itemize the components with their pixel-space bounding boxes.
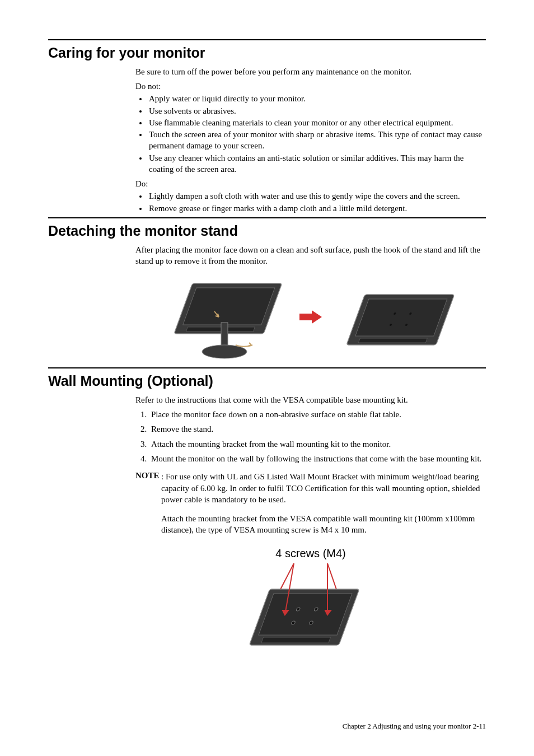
list-item: Mount the monitor on the wall by followi…: [149, 453, 486, 464]
page-footer: Chapter 2 Adjusting and using your monit…: [343, 721, 486, 731]
note-body-2: Attach the mounting bracket from the VES…: [161, 513, 486, 536]
wall-intro: Refer to the instructions that come with…: [135, 394, 486, 405]
svg-rect-7: [355, 299, 447, 336]
wall-steps: Place the monitor face down on a non-abr…: [135, 409, 486, 464]
list-item: Use flammable cleaning materials to clea…: [148, 117, 486, 128]
list-item: Use any cleaner which contains an anti-s…: [148, 152, 486, 175]
arrow-right-icon: [299, 310, 322, 324]
svg-rect-2: [186, 327, 255, 332]
monitor-no-stand-icon: [335, 283, 458, 351]
do-not-label: Do not:: [135, 81, 486, 92]
svg-rect-19: [261, 637, 331, 643]
monitor-screws-icon: [243, 561, 378, 656]
note-body-1: : For use only with UL and GS Listed Wal…: [161, 471, 486, 505]
note-block: NOTE : For use only with UL and GS Liste…: [135, 470, 486, 536]
wall-title: Wall Mounting (Optional): [48, 372, 486, 391]
list-item: Remove grease or finger marks with a dam…: [148, 203, 486, 214]
svg-point-4: [202, 345, 247, 358]
section-rule: [48, 39, 486, 40]
svg-rect-1: [183, 288, 275, 325]
screws-label: 4 screws (M4): [135, 546, 486, 561]
list-item: Place the monitor face down on a non-abr…: [149, 409, 486, 420]
caring-intro: Be sure to turn off the power before you…: [135, 66, 486, 77]
svg-rect-8: [358, 338, 427, 343]
do-label: Do:: [135, 178, 486, 189]
svg-rect-18: [259, 594, 352, 635]
do-list: Lightly dampen a soft cloth with water a…: [135, 190, 486, 214]
note-label: NOTE: [135, 471, 160, 480]
list-item: Use solvents or abrasives.: [148, 105, 486, 116]
svg-marker-5: [299, 310, 322, 324]
list-item: Lightly dampen a soft cloth with water a…: [148, 190, 486, 202]
list-item: Apply water or liquid directly to your m…: [148, 93, 486, 104]
list-item: Attach the mounting bracket from the wal…: [149, 438, 486, 450]
do-not-list: Apply water or liquid directly to your m…: [135, 93, 486, 175]
caring-title: Caring for your monitor: [48, 44, 486, 63]
detaching-intro: After placing the monitor face down on a…: [135, 244, 486, 267]
monitor-with-stand-icon: [163, 272, 286, 362]
section-rule: [48, 367, 486, 368]
section-rule: [48, 217, 486, 218]
list-item: Touch the screen area of your monitor wi…: [148, 129, 486, 152]
detach-figure: [135, 272, 486, 362]
detaching-title: Detaching the monitor stand: [48, 222, 486, 241]
svg-rect-3: [221, 323, 228, 347]
list-item: Remove the stand.: [149, 423, 486, 435]
screws-figure: 4 screws (M4): [135, 546, 486, 656]
